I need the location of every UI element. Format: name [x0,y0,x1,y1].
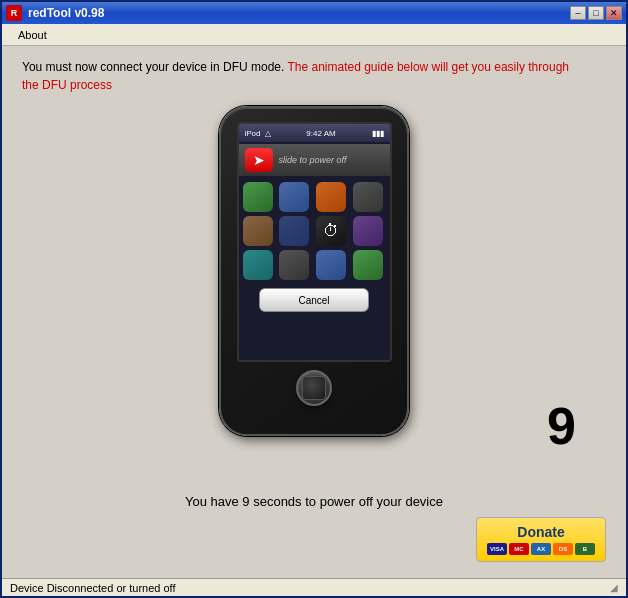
discover-icon: DS [553,543,573,555]
app-grid: ⏱ [239,178,390,284]
wifi-icon: △ [265,129,271,138]
battery-icon: ▮▮▮ [372,129,384,138]
app-window: R redTool v0.98 – □ ✕ About You must now… [0,0,628,598]
device-mockup: iPod △ 9:42 AM ▮▮▮ ➤ slide to power off [219,106,409,436]
status-left: iPod △ [245,129,271,138]
amex-icon: AX [531,543,551,555]
app-icon-2 [279,182,309,212]
device-screen: iPod △ 9:42 AM ▮▮▮ ➤ slide to power off [237,122,392,362]
home-button[interactable] [296,370,332,406]
main-content: You must now connect your device in DFU … [2,46,626,578]
instructions-text: You must now connect your device in DFU … [22,58,582,94]
bank-icon: B [575,543,595,555]
app-icon-8 [353,216,383,246]
title-bar: R redTool v0.98 – □ ✕ [2,2,626,24]
slide-power-bar: ➤ slide to power off [239,144,390,176]
window-title: redTool v0.98 [28,6,570,20]
app-icon-5 [243,216,273,246]
resize-grip: ◢ [610,582,618,593]
countdown-text: You have 9 seconds to power off your dev… [22,494,606,509]
app-icon-11 [316,250,346,280]
app-icon-3 [316,182,346,212]
mastercard-icon: MC [509,543,529,555]
battery-area: ▮▮▮ [372,129,384,138]
window-controls: – □ ✕ [570,6,622,20]
app-icon-4 [353,182,383,212]
slide-thumb: ➤ [245,148,273,172]
menu-bar: About [2,24,626,46]
app-icon: R [6,5,22,21]
time-display: 9:42 AM [306,129,335,138]
app-icon-9 [243,250,273,280]
screen-status-bar: iPod △ 9:42 AM ▮▮▮ [239,124,390,142]
card-icons: VISA MC AX DS B [487,543,595,555]
carrier-text: iPod [245,129,261,138]
app-icon-12 [353,250,383,280]
device-area: 9 iPod △ 9:42 AM ▮▮▮ [22,106,606,490]
connection-status: Device Disconnected or turned off [10,582,176,594]
app-icon-1 [243,182,273,212]
donate-area: Donate VISA MC AX DS B [22,517,606,562]
menu-item-about[interactable]: About [10,27,55,43]
app-icon-6 [279,216,309,246]
donate-button[interactable]: Donate VISA MC AX DS B [476,517,606,562]
status-footer: Device Disconnected or turned off ◢ [2,578,626,596]
close-button[interactable]: ✕ [606,6,622,20]
donate-label: Donate [517,524,564,540]
instructions-normal: You must now connect your device in DFU … [22,60,287,74]
cancel-button[interactable]: Cancel [259,288,369,312]
maximize-button[interactable]: □ [588,6,604,20]
countdown-number: 9 [547,396,576,456]
cancel-row: Cancel [239,284,390,316]
visa-icon: VISA [487,543,507,555]
home-button-inner [302,376,326,400]
app-icon-7: ⏱ [316,216,346,246]
slide-text: slide to power off [279,155,347,165]
app-icon-10 [279,250,309,280]
minimize-button[interactable]: – [570,6,586,20]
